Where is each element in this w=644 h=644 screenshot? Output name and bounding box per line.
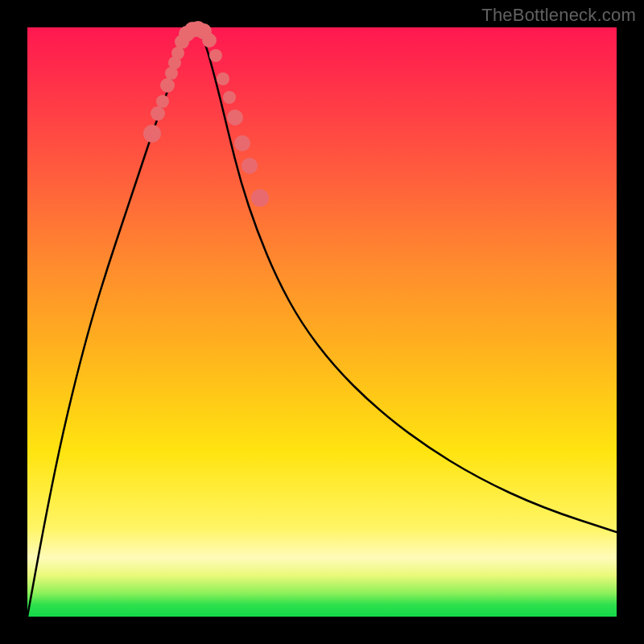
bottleneck-curve [27,30,617,617]
data-marker [209,49,222,62]
data-marker [202,33,217,47]
data-marker [242,158,258,174]
data-marker [156,95,169,108]
data-marker [160,78,175,93]
data-marker [143,125,161,142]
chart-frame: TheBottleneck.com [0,0,644,644]
data-marker [151,106,165,121]
watermark-text: TheBottleneck.com [481,5,636,26]
curve-svg [27,27,617,617]
data-marker [234,135,250,151]
data-marker [217,72,229,85]
data-marker [223,91,236,104]
data-marker [227,109,243,126]
data-marker [251,189,269,207]
plot-area [27,27,617,617]
